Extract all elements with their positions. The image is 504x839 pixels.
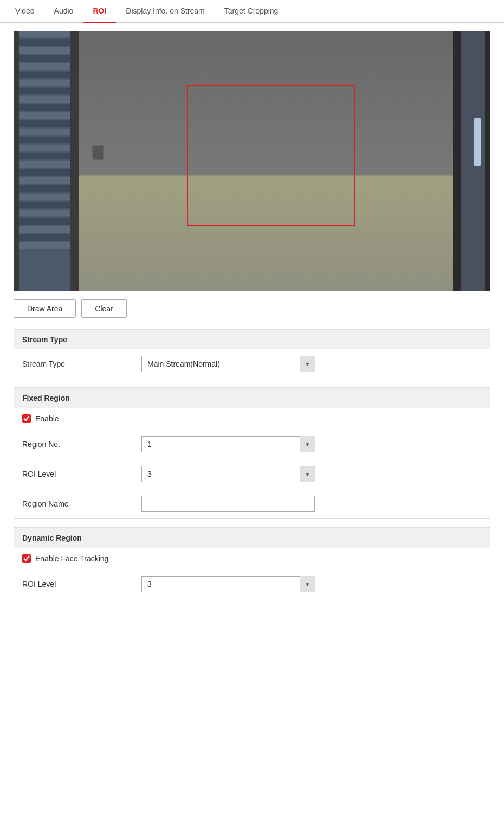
stream-type-select-wrapper: Main Stream(Normal) Sub Stream Third Str…: [141, 356, 315, 372]
region-name-row: Region Name: [14, 489, 490, 518]
region-name-control: [141, 496, 482, 512]
blind-20: [19, 185, 70, 192]
tab-target-cropping[interactable]: Target Cropping: [215, 0, 288, 23]
door-handle: [474, 118, 481, 166]
region-name-label: Region Name: [22, 499, 141, 508]
blind-19: [19, 177, 70, 184]
roi-level-dynamic-row: ROI Level 1 2 3 4 5 6: [14, 569, 490, 599]
stream-type-header: Stream Type: [14, 329, 490, 349]
clear-button[interactable]: Clear: [81, 299, 126, 318]
region-no-control: 1 2 3 4: [141, 436, 482, 452]
blind-2: [19, 39, 70, 46]
tab-bar: Video Audio ROI Display Info. on Stream …: [0, 0, 504, 23]
roi-level-fixed-label: ROI Level: [22, 470, 141, 478]
draw-area-button[interactable]: Draw Area: [14, 299, 76, 318]
roi-level-dynamic-select-wrapper: 1 2 3 4 5 6: [141, 576, 315, 592]
roi-level-fixed-control: 1 2 3 4 5 6: [141, 466, 482, 482]
door-right-frame: [453, 31, 490, 291]
stream-type-section: Stream Type Stream Type Main Stream(Norm…: [14, 329, 490, 379]
blind-22: [19, 202, 70, 208]
roi-level-fixed-row: ROI Level 1 2 3 4 5 6: [14, 459, 490, 489]
fixed-region-section: Fixed Region Enable Region No. 1 2 3 4: [14, 387, 490, 519]
door-right-inner: [461, 31, 485, 291]
enable-face-tracking-label: Enable Face Tracking: [35, 554, 108, 563]
blind-16: [19, 153, 70, 159]
stream-type-select[interactable]: Main Stream(Normal) Sub Stream Third Str…: [141, 356, 315, 372]
blind-25: [19, 226, 70, 233]
roi-level-dynamic-control: 1 2 3 4 5 6: [141, 576, 482, 592]
tab-audio[interactable]: Audio: [44, 0, 83, 23]
blind-6: [19, 72, 70, 78]
region-no-select[interactable]: 1 2 3 4: [141, 436, 315, 452]
camera-background: [14, 31, 490, 291]
roi-level-dynamic-select[interactable]: 1 2 3 4 5 6: [141, 576, 315, 592]
blind-5: [19, 63, 70, 70]
blind-14: [19, 137, 70, 143]
roi-rectangle: [187, 85, 355, 226]
blind-8: [19, 88, 70, 94]
enable-checkbox-row: Enable: [14, 408, 490, 430]
enable-face-tracking-checkbox[interactable]: [22, 554, 31, 563]
blind-27: [19, 242, 70, 249]
roi-level-dynamic-label: ROI Level: [22, 580, 141, 588]
button-row: Draw Area Clear: [14, 299, 490, 318]
blind-9: [19, 96, 70, 103]
region-no-select-wrapper: 1 2 3 4: [141, 436, 315, 452]
wall-outlet: [92, 145, 104, 160]
roi-level-fixed-select-wrapper: 1 2 3 4 5 6: [141, 466, 315, 482]
tab-roi[interactable]: ROI: [83, 0, 116, 23]
blind-18: [19, 169, 70, 176]
stream-type-label: Stream Type: [22, 360, 141, 368]
blind-17: [19, 161, 70, 168]
blind-15: [19, 145, 70, 151]
blind-4: [19, 55, 70, 62]
blind-26: [19, 234, 70, 241]
fixed-region-header: Fixed Region: [14, 388, 490, 408]
region-name-input[interactable]: [141, 496, 315, 512]
blind-21: [19, 194, 70, 200]
main-content: Draw Area Clear Stream Type Stream Type …: [0, 23, 504, 616]
enable-label: Enable: [35, 414, 59, 423]
dynamic-region-section: Dynamic Region Enable Face Tracking ROI …: [14, 527, 490, 599]
blind-7: [19, 80, 70, 86]
blind-23: [19, 210, 70, 216]
enable-checkbox[interactable]: [22, 414, 31, 423]
blind-13: [19, 129, 70, 135]
wall-area: [79, 31, 453, 291]
stream-type-row: Stream Type Main Stream(Normal) Sub Stre…: [14, 349, 490, 379]
region-no-label: Region No.: [22, 440, 141, 449]
blind-3: [19, 47, 70, 54]
blind-24: [19, 218, 70, 225]
blind-10: [19, 104, 70, 111]
window-area: [19, 31, 70, 291]
dynamic-region-header: Dynamic Region: [14, 528, 490, 548]
tab-video[interactable]: Video: [5, 0, 44, 23]
door-left-frame: [14, 31, 79, 291]
roi-level-fixed-select[interactable]: 1 2 3 4 5 6: [141, 466, 315, 482]
region-no-row: Region No. 1 2 3 4: [14, 430, 490, 459]
camera-preview[interactable]: [14, 31, 490, 291]
blind-1: [19, 31, 70, 37]
blind-11: [19, 112, 70, 119]
tab-display-info[interactable]: Display Info. on Stream: [116, 0, 215, 23]
enable-face-tracking-row: Enable Face Tracking: [14, 548, 490, 569]
stream-type-control: Main Stream(Normal) Sub Stream Third Str…: [141, 356, 482, 372]
blind-12: [19, 120, 70, 127]
